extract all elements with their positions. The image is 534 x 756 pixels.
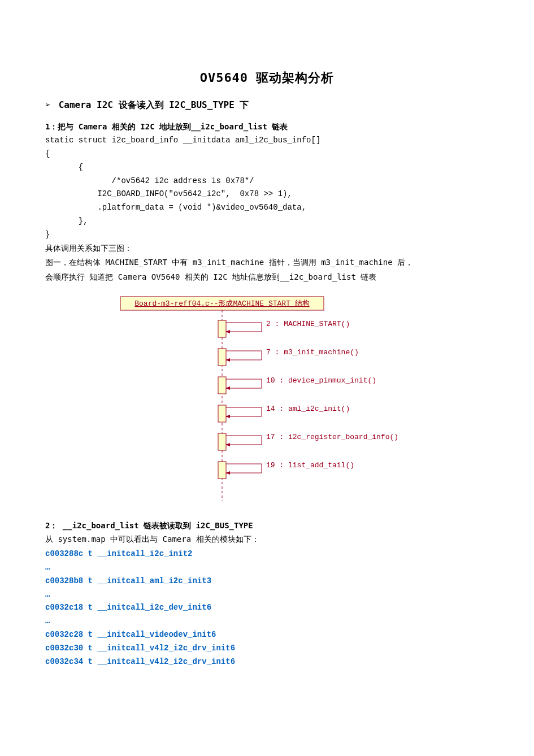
chevron-right-icon: ➢ xyxy=(45,98,51,112)
symbol-line-0: c003288c t __initcall_i2c_init2 xyxy=(45,548,489,561)
symbol-line-2: c00328b8 t __initcall_aml_i2c_init3 xyxy=(45,575,489,588)
activation-5: 19 : list_add_tail() xyxy=(218,461,354,479)
paragraph-fig1-b: 会顺序执行 知道把 Camera OV5640 相关的 I2C 地址信息放到__… xyxy=(45,271,489,284)
document-page: OV5640 驱动架构分析 ➢ Camera I2C 设备读入到 I2C_BUS… xyxy=(0,0,534,691)
symbol-line-8: c0032c34 t __initcall_v4l2_i2c_drv_init6 xyxy=(45,655,489,669)
symbol-line-7: c0032c30 t __initcall_v4l2_i2c_drv_init6 xyxy=(45,642,489,655)
sequence-diagram: Board-m3-reff04.c--形成MACHINE_START 结构 2 … xyxy=(45,294,489,503)
activation-4: 17 : i2c_register_board_info() xyxy=(218,433,398,450)
svg-rect-1 xyxy=(218,349,226,366)
symbol-line-3: … xyxy=(45,588,489,602)
code-block-1: static struct i2c_board_info __initdata … xyxy=(45,134,489,241)
svg-rect-4 xyxy=(218,433,226,450)
section-bullet-text: Camera I2C 设备读入到 I2C_BUS_TYPE 下 xyxy=(59,98,249,112)
symbol-line-1: … xyxy=(45,561,489,575)
subsection-2-head: 2： __i2c_board_list 链表被读取到 i2C_BUS_TYPE xyxy=(45,519,489,532)
activation-3: 14 : aml_i2c_init() xyxy=(218,405,350,422)
svg-rect-5 xyxy=(218,462,226,479)
svg-rect-2 xyxy=(218,377,226,394)
page-title: OV5640 驱动架构分析 xyxy=(45,68,489,88)
svg-rect-0 xyxy=(218,320,226,337)
symbol-line-4: c0032c18 t __initcall_i2c_dev_init6 xyxy=(45,601,489,615)
sequence-diagram-svg: Board-m3-reff04.c--形成MACHINE_START 结构 2 … xyxy=(109,294,426,503)
subsection-1-head: 1：把与 Camera 相关的 I2C 地址放到__i2c_board_list… xyxy=(45,120,489,133)
paragraph-fig1-a: 图一，在结构体 MACHINE_START 中有 m3_init_machine… xyxy=(45,256,489,270)
svg-rect-3 xyxy=(218,405,226,422)
activation-0: 2 : MACHINE_START() xyxy=(218,320,350,337)
symbol-line-5: … xyxy=(45,615,489,628)
lifeline-header-text: Board-m3-reff04.c--形成MACHINE_START 结构 xyxy=(134,299,309,308)
msg-0-label: 2 : MACHINE_START() xyxy=(266,320,350,328)
activation-1: 7 : m3_init_machine() xyxy=(218,348,359,366)
section-bullet-heading: ➢ Camera I2C 设备读入到 I2C_BUS_TYPE 下 xyxy=(45,98,489,112)
msg-5-label: 19 : list_add_tail() xyxy=(266,461,354,470)
subsection-2-intro: 从 system.map 中可以看出与 Camera 相关的模块如下： xyxy=(45,533,489,546)
symbol-line-6: c0032c28 t __initcall_videodev_init6 xyxy=(45,628,489,642)
msg-3-label: 14 : aml_i2c_init() xyxy=(266,405,350,413)
msg-2-label: 10 : device_pinmux_init() xyxy=(266,376,376,385)
activation-2: 10 : device_pinmux_init() xyxy=(218,376,376,394)
msg-1-label: 7 : m3_init_machine() xyxy=(266,348,359,357)
paragraph-callrel: 具体调用关系如下三图： xyxy=(45,242,489,255)
msg-4-label: 17 : i2c_register_board_info() xyxy=(266,433,398,441)
